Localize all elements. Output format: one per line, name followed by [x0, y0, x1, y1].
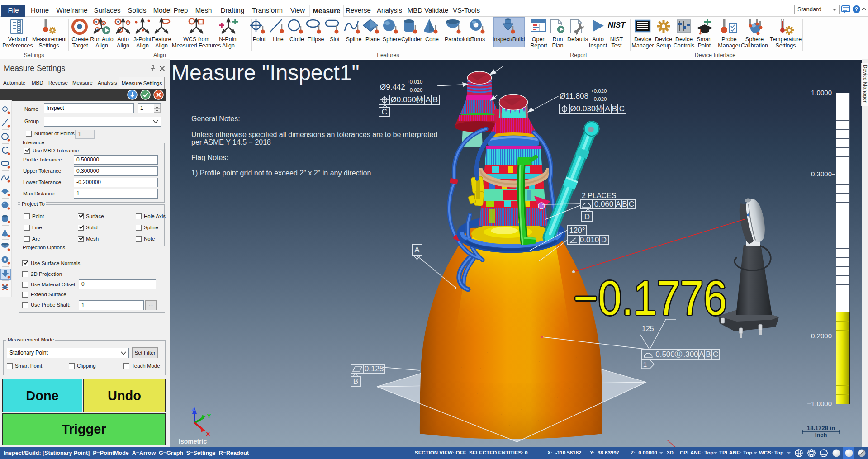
svg-text:X: X [206, 430, 210, 438]
svg-text:Isometric: Isometric [179, 438, 207, 445]
svg-text:1: 1 [643, 360, 647, 368]
svg-text:?: ? [855, 6, 858, 13]
svg-text:NIST: NIST [608, 21, 626, 29]
svg-text:Y: Y [207, 412, 211, 420]
svg-text:Z: Z [191, 405, 195, 412]
